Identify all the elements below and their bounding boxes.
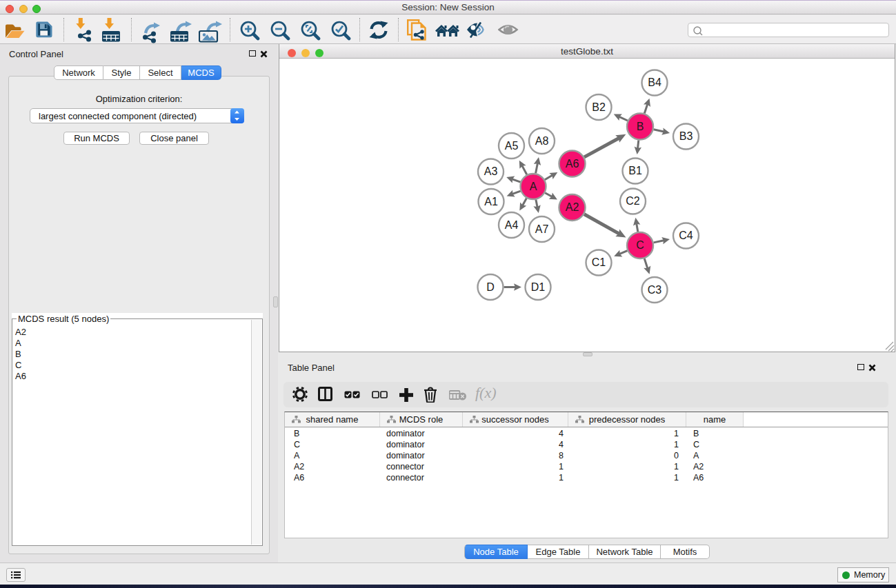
svg-text:C2: C2 — [626, 195, 640, 207]
svg-text:C3: C3 — [648, 284, 662, 296]
svg-text:D: D — [486, 281, 495, 293]
svg-text:A6: A6 — [566, 158, 579, 170]
svg-text:C1: C1 — [592, 256, 606, 268]
svg-text:A1: A1 — [484, 196, 498, 207]
svg-text:B: B — [637, 121, 644, 132]
svg-text:B3: B3 — [679, 130, 693, 142]
svg-text:A2: A2 — [566, 201, 579, 213]
svg-text:B1: B1 — [628, 165, 642, 176]
svg-text:C4: C4 — [679, 230, 693, 241]
svg-text:A8: A8 — [535, 135, 549, 147]
svg-text:A5: A5 — [505, 140, 519, 152]
svg-text:A4: A4 — [505, 219, 519, 231]
svg-text:D1: D1 — [531, 281, 546, 293]
svg-text:A: A — [530, 181, 537, 192]
svg-text:C: C — [636, 239, 644, 251]
svg-text:A3: A3 — [484, 165, 498, 177]
svg-text:B2: B2 — [592, 101, 606, 113]
svg-text:A7: A7 — [535, 223, 549, 235]
svg-text:B4: B4 — [648, 77, 661, 88]
